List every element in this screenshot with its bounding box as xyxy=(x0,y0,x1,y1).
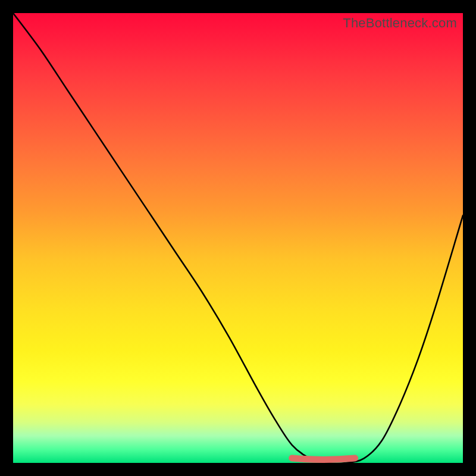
dip-curve xyxy=(13,13,463,463)
plot-area: TheBottleneck.com xyxy=(13,13,463,463)
curve-layer xyxy=(13,13,463,463)
chart-frame: TheBottleneck.com xyxy=(0,0,476,476)
flat-segment-marker xyxy=(292,458,355,460)
